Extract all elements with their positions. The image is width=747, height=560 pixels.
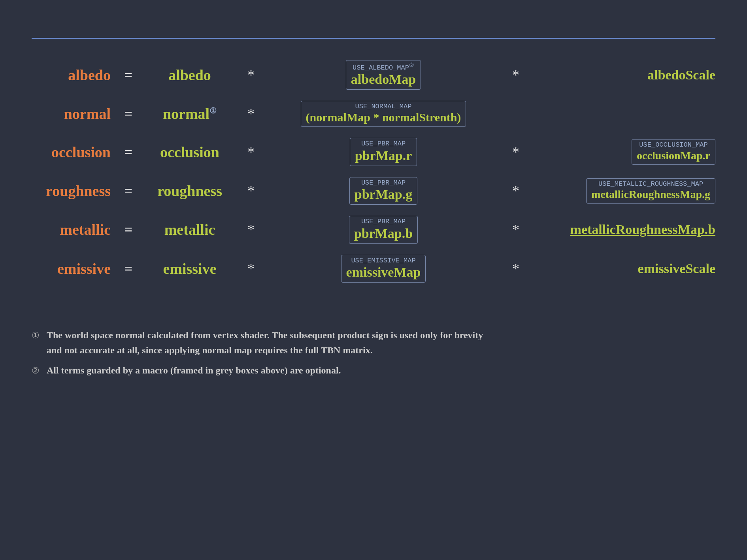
cell-star2-roughness: * [506,183,526,199]
other-box-occlusion: USE_OCCLUSION_MAP occlusionMap.r [632,139,715,164]
footnote-num-1: ① [32,328,43,343]
cell-result-roughness: roughness [32,182,119,200]
texture-macro-label-roughness: USE_PBR_MAP [361,179,406,187]
cell-result-normal: normal [32,105,119,123]
cell-texture-metallic: USE_PBR_MAP pbrMap.b [261,216,506,243]
cell-other-occlusion: USE_OCCLUSION_MAP occlusionMap.r [526,139,715,164]
result-text-roughness: roughness [46,183,111,199]
cell-result-albedo: albedo [32,66,119,84]
cell-texture-emissive: USE_EMISSIVE_MAP emissiveMap [261,255,506,283]
footnotes: ① The world space normal calculated from… [32,320,715,378]
cell-texture-normal: USE_NORMAL_MAP (normalMap * normalStrent… [261,101,506,127]
texture-value-emissive: emissiveMap [346,265,421,280]
other-macro-roughness: USE_METALLIC_ROUGHNESS_MAP [598,180,703,188]
texture-value-normal: (normalMap * normalStrenth) [306,111,461,124]
texture-box-roughness: USE_PBR_MAP pbrMap.g [349,177,417,205]
cell-star2-occlusion: * [506,144,526,160]
cell-constant-albedo: albedo [138,66,241,84]
cell-star1-metallic: * [241,221,261,238]
row-normal: normal =normal①* USE_NORMAL_MAP (normalM… [32,95,715,132]
cell-equals-emissive: = [119,260,138,277]
row-emissive: emissive =emissive* USE_EMISSIVE_MAP emi… [32,249,715,288]
cell-star2-emissive: * [506,260,526,277]
cell-equals-roughness: = [119,183,138,199]
cell-equals-metallic: = [119,221,138,238]
constant-text-normal: normal① [163,106,217,122]
result-text-occlusion: occlusion [51,144,111,160]
result-text-emissive: emissive [57,260,111,277]
texture-value-roughness: pbrMap.g [355,187,412,202]
cell-constant-occlusion: occlusion [138,143,241,161]
texture-value-occlusion: pbrMap.r [355,148,412,163]
footnote-text-1: The world space normal calculated from v… [47,328,483,358]
row-roughness: roughness =roughness* USE_PBR_MAP pbrMap… [32,172,715,210]
cell-star1-roughness: * [241,183,261,199]
cell-texture-roughness: USE_PBR_MAP pbrMap.g [261,177,506,205]
constant-text-metallic: metallic [164,221,215,238]
cell-equals-occlusion: = [119,144,138,160]
other-value-occlusion: occlusionMap.r [637,149,710,162]
footnote-text-2: All terms guarded by a macro (framed in … [47,363,341,378]
cell-other-roughness: USE_METALLIC_ROUGHNESS_MAP metallicRough… [526,178,715,204]
texture-box-occlusion: USE_PBR_MAP pbrMap.r [350,138,417,166]
cell-result-occlusion: occlusion [32,143,119,161]
other-value-metallic: metallicRoughnessMap.b [570,222,715,237]
constant-text-albedo: albedo [168,67,211,83]
texture-macro-label-metallic: USE_PBR_MAP [361,218,406,226]
texture-macro-label-emissive: USE_EMISSIVE_MAP [351,257,415,265]
header-row [32,24,715,39]
other-value-roughness: metallicRoughnessMap.g [591,188,710,201]
cell-star1-occlusion: * [241,144,261,160]
texture-macro-normal: USE_NORMAL_MAP [355,103,412,111]
constant-text-roughness: roughness [157,183,222,199]
cell-star1-normal: * [241,106,261,122]
cell-constant-normal: normal① [138,105,241,123]
cell-star1-albedo: * [241,67,261,83]
texture-box-albedo: USE_ALBEDO_MAP② albedoMap [346,60,421,90]
other-value-emissive: emissiveScale [638,261,715,276]
result-text-metallic: metallic [60,221,111,238]
result-text-albedo: albedo [68,67,111,83]
cell-star2-albedo: * [506,67,526,83]
texture-value-metallic: pbrMap.b [354,226,413,241]
footnote-1: ① The world space normal calculated from… [32,328,715,358]
row-albedo: albedo =albedo* USE_ALBEDO_MAP② albedoMa… [32,55,715,95]
constant-text-emissive: emissive [163,260,216,277]
footnote-num-2: ② [32,363,43,379]
cell-star2-metallic: * [506,221,526,238]
row-occlusion: occlusion =occlusion* USE_PBR_MAP pbrMap… [32,132,715,171]
cell-equals-albedo: = [119,67,138,83]
other-box-roughness: USE_METALLIC_ROUGHNESS_MAP metallicRough… [586,178,715,204]
cell-star1-emissive: * [241,260,261,277]
superscript-normal: ① [209,107,217,115]
texture-macro-label-occlusion: USE_PBR_MAP [361,140,406,148]
cell-equals-normal: = [119,106,138,122]
other-macro-occlusion: USE_OCCLUSION_MAP [639,141,707,149]
cell-result-emissive: emissive [32,260,119,277]
texture-box-metallic: USE_PBR_MAP pbrMap.b [349,216,418,243]
footnote-2: ② All terms guarded by a macro (framed i… [32,363,715,379]
cell-texture-albedo: USE_ALBEDO_MAP② albedoMap [261,60,506,90]
cell-constant-metallic: metallic [138,221,241,238]
main-container: albedo =albedo* USE_ALBEDO_MAP② albedoMa… [32,24,715,378]
cell-constant-emissive: emissive [138,260,241,277]
result-text-normal: normal [64,106,111,122]
cell-constant-roughness: roughness [138,182,241,200]
cell-other-emissive: emissiveScale [526,261,715,276]
cell-other-albedo: albedoScale [526,68,715,83]
cell-other-metallic: metallicRoughnessMap.b [526,222,715,237]
texture-macro-label-albedo: USE_ALBEDO_MAP② [353,62,414,72]
other-value-albedo: albedoScale [647,68,715,83]
texture-box-emissive: USE_EMISSIVE_MAP emissiveMap [341,255,426,283]
texture-box-normal: USE_NORMAL_MAP (normalMap * normalStrent… [301,101,466,127]
cell-texture-occlusion: USE_PBR_MAP pbrMap.r [261,138,506,166]
row-metallic: metallic =metallic* USE_PBR_MAP pbrMap.b… [32,210,715,249]
texture-value-albedo: albedoMap [351,72,416,87]
cell-result-metallic: metallic [32,221,119,238]
constant-text-occlusion: occlusion [160,144,219,160]
table-body: albedo =albedo* USE_ALBEDO_MAP② albedoMa… [32,55,715,288]
